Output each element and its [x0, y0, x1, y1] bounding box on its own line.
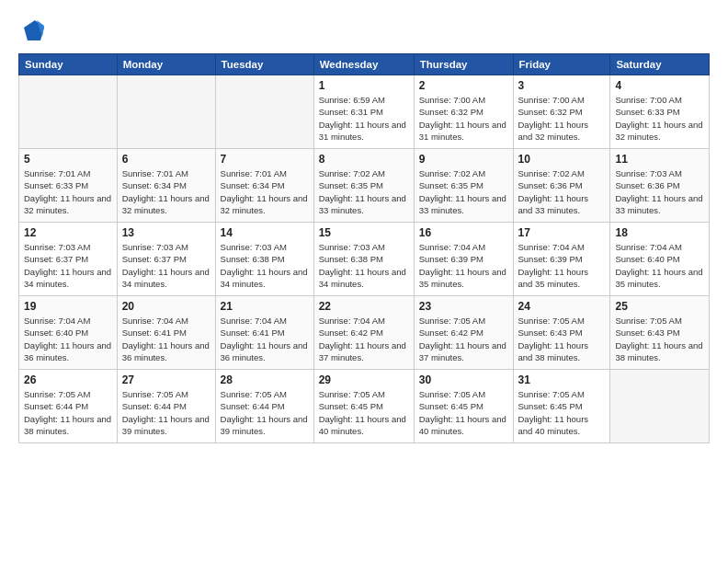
calendar: SundayMondayTuesdayWednesdayThursdayFrid… — [18, 53, 710, 443]
day-number: 28 — [221, 373, 309, 386]
logo — [18, 17, 51, 46]
day-info: Sunrise: 7:05 AMSunset: 6:45 PMDaylight:… — [319, 388, 409, 437]
day-header-wednesday: Wednesday — [313, 54, 414, 75]
day-info: Sunrise: 7:01 AMSunset: 6:33 PMDaylight:… — [24, 167, 112, 216]
day-info: Sunrise: 7:03 AMSunset: 6:38 PMDaylight:… — [221, 241, 309, 290]
calendar-cell: 1Sunrise: 6:59 AMSunset: 6:31 PMDaylight… — [313, 75, 414, 149]
calendar-cell — [215, 75, 313, 149]
day-number: 5 — [24, 153, 112, 166]
day-info: Sunrise: 7:05 AMSunset: 6:44 PMDaylight:… — [122, 388, 210, 437]
calendar-cell — [610, 370, 710, 443]
day-info: Sunrise: 7:01 AMSunset: 6:34 PMDaylight:… — [122, 167, 210, 216]
day-number: 2 — [419, 79, 508, 92]
day-info: Sunrise: 7:04 AMSunset: 6:42 PMDaylight:… — [319, 315, 409, 363]
day-number: 17 — [518, 226, 606, 239]
day-number: 13 — [122, 226, 210, 239]
calendar-cell: 17Sunrise: 7:04 AMSunset: 6:39 PMDayligh… — [513, 223, 610, 296]
calendar-cell: 31Sunrise: 7:05 AMSunset: 6:45 PMDayligh… — [513, 370, 610, 443]
day-info: Sunrise: 6:59 AMSunset: 6:31 PMDaylight:… — [319, 94, 409, 143]
calendar-cell: 12Sunrise: 7:03 AMSunset: 6:37 PMDayligh… — [19, 223, 118, 296]
week-row-3: 19Sunrise: 7:04 AMSunset: 6:40 PMDayligh… — [19, 296, 710, 370]
day-info: Sunrise: 7:02 AMSunset: 6:36 PMDaylight:… — [518, 167, 606, 216]
day-info: Sunrise: 7:05 AMSunset: 6:42 PMDaylight:… — [419, 315, 508, 363]
day-info: Sunrise: 7:03 AMSunset: 6:37 PMDaylight:… — [24, 241, 112, 290]
calendar-cell: 2Sunrise: 7:00 AMSunset: 6:32 PMDaylight… — [414, 75, 513, 149]
day-header-sunday: Sunday — [19, 54, 118, 75]
day-number: 3 — [518, 79, 606, 92]
day-number: 15 — [319, 226, 409, 239]
day-number: 30 — [419, 373, 508, 386]
logo-icon — [18, 17, 48, 46]
day-info: Sunrise: 7:02 AMSunset: 6:35 PMDaylight:… — [419, 167, 508, 216]
calendar-cell: 16Sunrise: 7:04 AMSunset: 6:39 PMDayligh… — [414, 223, 513, 296]
day-number: 11 — [615, 153, 704, 166]
day-number: 8 — [319, 153, 409, 166]
week-row-2: 12Sunrise: 7:03 AMSunset: 6:37 PMDayligh… — [19, 223, 710, 296]
calendar-cell: 28Sunrise: 7:05 AMSunset: 6:44 PMDayligh… — [215, 370, 313, 443]
day-number: 22 — [319, 300, 409, 313]
calendar-cell: 4Sunrise: 7:00 AMSunset: 6:33 PMDaylight… — [610, 75, 710, 149]
day-number: 19 — [24, 300, 112, 313]
day-header-saturday: Saturday — [610, 54, 710, 75]
day-info: Sunrise: 7:04 AMSunset: 6:39 PMDaylight:… — [518, 241, 606, 290]
day-number: 6 — [122, 153, 210, 166]
day-number: 18 — [615, 226, 704, 239]
day-info: Sunrise: 7:03 AMSunset: 6:36 PMDaylight:… — [615, 167, 704, 216]
day-info: Sunrise: 7:00 AMSunset: 6:32 PMDaylight:… — [518, 94, 606, 143]
day-header-thursday: Thursday — [414, 54, 513, 75]
week-row-0: 1Sunrise: 6:59 AMSunset: 6:31 PMDaylight… — [19, 75, 710, 149]
calendar-cell: 11Sunrise: 7:03 AMSunset: 6:36 PMDayligh… — [610, 149, 710, 223]
calendar-cell: 24Sunrise: 7:05 AMSunset: 6:43 PMDayligh… — [513, 296, 610, 370]
calendar-cell: 20Sunrise: 7:04 AMSunset: 6:41 PMDayligh… — [117, 296, 215, 370]
calendar-cell — [19, 75, 118, 149]
day-info: Sunrise: 7:04 AMSunset: 6:41 PMDaylight:… — [221, 315, 309, 363]
day-header-tuesday: Tuesday — [215, 54, 313, 75]
day-number: 9 — [419, 153, 508, 166]
day-info: Sunrise: 7:04 AMSunset: 6:41 PMDaylight:… — [122, 315, 210, 363]
day-info: Sunrise: 7:04 AMSunset: 6:39 PMDaylight:… — [419, 241, 508, 290]
day-number: 29 — [319, 373, 409, 386]
calendar-cell: 14Sunrise: 7:03 AMSunset: 6:38 PMDayligh… — [215, 223, 313, 296]
day-info: Sunrise: 7:05 AMSunset: 6:43 PMDaylight:… — [615, 315, 704, 363]
day-info: Sunrise: 7:02 AMSunset: 6:35 PMDaylight:… — [319, 167, 409, 216]
calendar-cell: 25Sunrise: 7:05 AMSunset: 6:43 PMDayligh… — [610, 296, 710, 370]
calendar-cell: 23Sunrise: 7:05 AMSunset: 6:42 PMDayligh… — [414, 296, 513, 370]
day-number: 16 — [419, 226, 508, 239]
calendar-cell: 15Sunrise: 7:03 AMSunset: 6:38 PMDayligh… — [313, 223, 414, 296]
page: SundayMondayTuesdayWednesdayThursdayFrid… — [0, 0, 728, 563]
calendar-cell: 8Sunrise: 7:02 AMSunset: 6:35 PMDaylight… — [313, 149, 414, 223]
calendar-cell: 10Sunrise: 7:02 AMSunset: 6:36 PMDayligh… — [513, 149, 610, 223]
week-row-4: 26Sunrise: 7:05 AMSunset: 6:44 PMDayligh… — [19, 370, 710, 443]
day-header-monday: Monday — [117, 54, 215, 75]
day-number: 12 — [24, 226, 112, 239]
calendar-cell: 18Sunrise: 7:04 AMSunset: 6:40 PMDayligh… — [610, 223, 710, 296]
day-info: Sunrise: 7:05 AMSunset: 6:44 PMDaylight:… — [24, 388, 112, 437]
day-number: 23 — [419, 300, 508, 313]
day-number: 25 — [615, 300, 704, 313]
calendar-cell: 5Sunrise: 7:01 AMSunset: 6:33 PMDaylight… — [19, 149, 118, 223]
calendar-cell: 3Sunrise: 7:00 AMSunset: 6:32 PMDaylight… — [513, 75, 610, 149]
calendar-cell: 21Sunrise: 7:04 AMSunset: 6:41 PMDayligh… — [215, 296, 313, 370]
day-info: Sunrise: 7:00 AMSunset: 6:32 PMDaylight:… — [419, 94, 508, 143]
day-number: 31 — [518, 373, 606, 386]
calendar-cell: 22Sunrise: 7:04 AMSunset: 6:42 PMDayligh… — [313, 296, 414, 370]
day-info: Sunrise: 7:05 AMSunset: 6:45 PMDaylight:… — [419, 388, 508, 437]
day-number: 26 — [24, 373, 112, 386]
calendar-cell — [117, 75, 215, 149]
day-number: 7 — [221, 153, 309, 166]
day-info: Sunrise: 7:05 AMSunset: 6:44 PMDaylight:… — [221, 388, 309, 437]
day-number: 1 — [319, 79, 409, 92]
calendar-cell: 29Sunrise: 7:05 AMSunset: 6:45 PMDayligh… — [313, 370, 414, 443]
calendar-cell: 27Sunrise: 7:05 AMSunset: 6:44 PMDayligh… — [117, 370, 215, 443]
header — [18, 17, 710, 46]
day-number: 10 — [518, 153, 606, 166]
day-number: 4 — [615, 79, 704, 92]
day-info: Sunrise: 7:00 AMSunset: 6:33 PMDaylight:… — [615, 94, 704, 143]
day-info: Sunrise: 7:04 AMSunset: 6:40 PMDaylight:… — [24, 315, 112, 363]
calendar-cell: 19Sunrise: 7:04 AMSunset: 6:40 PMDayligh… — [19, 296, 118, 370]
day-info: Sunrise: 7:05 AMSunset: 6:43 PMDaylight:… — [518, 315, 606, 363]
day-header-friday: Friday — [513, 54, 610, 75]
day-info: Sunrise: 7:03 AMSunset: 6:38 PMDaylight:… — [319, 241, 409, 290]
day-number: 20 — [122, 300, 210, 313]
day-number: 14 — [221, 226, 309, 239]
